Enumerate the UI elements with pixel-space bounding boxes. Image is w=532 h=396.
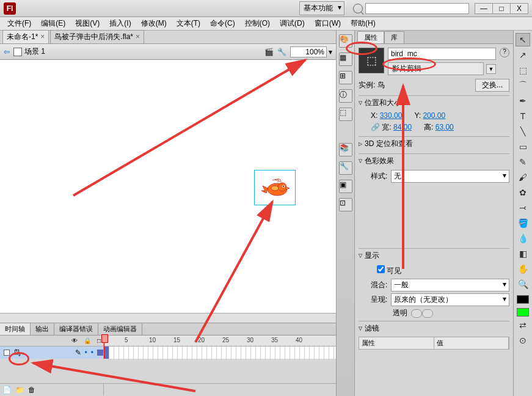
line-tool[interactable]: ╲ xyxy=(516,125,530,138)
menu-file[interactable]: 文件(F) xyxy=(2,17,36,30)
menu-modify[interactable]: 修改(M) xyxy=(136,17,172,30)
outline-icon[interactable]: □ xyxy=(97,337,101,344)
text-tool[interactable]: T xyxy=(516,109,530,123)
free-transform-tool[interactable]: ⬚ xyxy=(516,64,530,77)
edit-symbol-icon[interactable]: 🔧 xyxy=(277,48,286,56)
selected-instance[interactable] xyxy=(254,170,296,205)
motion-presets-icon[interactable]: ▣ xyxy=(339,180,352,193)
close-button[interactable]: X xyxy=(510,3,528,14)
lock-icon[interactable]: 🔒 xyxy=(84,337,91,344)
selection-tool[interactable]: ↖ xyxy=(516,33,530,46)
hand-tool[interactable]: ✋ xyxy=(516,262,530,276)
tab-properties[interactable]: 属性 xyxy=(357,31,384,43)
pen-tool[interactable]: ✒ xyxy=(516,94,530,108)
blend-dropdown[interactable]: 一般 xyxy=(391,279,509,292)
subselection-tool[interactable]: ↗ xyxy=(516,48,530,62)
menu-debug[interactable]: 调试(D) xyxy=(275,17,310,30)
project-panel-icon[interactable]: ⊡ xyxy=(339,198,352,211)
instance-name-input[interactable] xyxy=(388,48,496,60)
lasso-tool[interactable]: ⌒ xyxy=(516,79,530,92)
layer-name[interactable]: 鸟 xyxy=(13,348,21,358)
stroke-color[interactable] xyxy=(517,295,529,304)
symbol-type-icon[interactable]: ⬚ xyxy=(359,48,384,73)
height-value[interactable]: 63.00 xyxy=(435,123,454,131)
menu-control[interactable]: 控制(O) xyxy=(240,17,275,30)
section-filters[interactable]: ▽滤镜 xyxy=(359,321,509,336)
frame-ruler[interactable]: 1 5 10 15 20 25 30 35 40 xyxy=(104,336,336,346)
info-panel-icon[interactable]: ⓘ xyxy=(339,89,352,103)
tab-library[interactable]: 库 xyxy=(384,31,404,43)
swap-colors-icon[interactable]: ⇄ xyxy=(516,318,530,332)
minimize-button[interactable]: — xyxy=(475,3,493,14)
x-value[interactable]: 330.00 xyxy=(380,111,403,120)
width-value[interactable]: 84.00 xyxy=(393,123,412,131)
dropdown-icon[interactable]: ▼ xyxy=(486,64,496,74)
menu-help[interactable]: 帮助(H) xyxy=(346,17,381,30)
section-color[interactable]: ▽色彩效果 xyxy=(359,154,509,168)
workspace-dropdown[interactable]: 基本功能 xyxy=(299,1,344,15)
section-position[interactable]: ▽位置和大小 xyxy=(359,96,509,110)
back-icon[interactable]: ⇦ xyxy=(4,48,10,56)
pencil-tool[interactable]: ✎ xyxy=(516,155,530,169)
transform-panel-icon[interactable]: ⬚ xyxy=(339,108,352,121)
y-value[interactable]: 200.00 xyxy=(423,111,445,120)
playhead[interactable] xyxy=(104,336,104,359)
close-icon[interactable]: × xyxy=(40,32,45,41)
rectangle-tool[interactable]: ▭ xyxy=(516,140,530,153)
tab-output[interactable]: 输出 xyxy=(31,323,54,335)
zoom-tool[interactable]: 🔍 xyxy=(516,277,530,291)
svg-point-6 xyxy=(271,186,279,191)
frames-area[interactable] xyxy=(104,346,336,359)
zoom-dropdown-icon[interactable]: ▾ xyxy=(329,48,332,56)
visible-checkbox[interactable] xyxy=(377,265,385,273)
fill-color[interactable] xyxy=(517,308,529,317)
deco-tool[interactable]: ✿ xyxy=(516,186,530,199)
color-panel-icon[interactable]: 🎨 xyxy=(339,34,352,48)
transparency-toggle[interactable] xyxy=(411,309,433,318)
keyframe[interactable] xyxy=(104,346,109,359)
tab-compiler-errors[interactable]: 编译器错误 xyxy=(54,323,98,335)
swatches-panel-icon[interactable]: ▦ xyxy=(339,53,352,66)
scene-icon xyxy=(13,48,22,56)
maximize-button[interactable]: □ xyxy=(492,3,511,14)
layer-row[interactable]: 鸟 ✎ •• xyxy=(0,346,104,359)
new-folder-icon[interactable]: 📁 xyxy=(15,386,24,394)
swap-button[interactable]: 交换... xyxy=(475,79,509,92)
filter-val-header: 值 xyxy=(434,337,509,349)
menu-insert[interactable]: 插入(I) xyxy=(104,17,136,30)
components-panel-icon[interactable]: 🔧 xyxy=(339,161,352,175)
section-display[interactable]: ▽显示 xyxy=(359,249,509,263)
search-input[interactable] xyxy=(365,3,469,14)
doc-tab-2[interactable]: 鸟被子弹击中后消失.fla*× xyxy=(50,30,144,43)
align-panel-icon[interactable]: ⊞ xyxy=(339,71,352,84)
doc-tab-1[interactable]: 未命名-1*× xyxy=(2,30,49,43)
close-icon[interactable]: × xyxy=(136,32,140,41)
menu-edit[interactable]: 编辑(E) xyxy=(36,17,70,30)
tab-motion-editor[interactable]: 动画编辑器 xyxy=(98,323,142,335)
bone-tool[interactable]: ⤙ xyxy=(516,201,530,215)
library-panel-icon[interactable]: 📚 xyxy=(339,143,352,156)
eraser-tool[interactable]: ◧ xyxy=(516,247,530,260)
paint-bucket-tool[interactable]: 🪣 xyxy=(516,216,530,230)
eyedropper-tool[interactable]: 💧 xyxy=(516,232,530,245)
section-3d[interactable]: ▷3D 定位和查看 xyxy=(359,137,509,151)
tab-timeline[interactable]: 时间轴 xyxy=(0,323,31,335)
snap-icon[interactable]: ⊙ xyxy=(516,334,530,347)
stage[interactable] xyxy=(0,60,336,313)
edit-scene-icon[interactable]: 🎬 xyxy=(264,48,274,56)
menu-text[interactable]: 文本(T) xyxy=(172,17,205,30)
eye-icon[interactable]: 👁 xyxy=(71,337,78,344)
new-layer-icon[interactable]: 📄 xyxy=(2,386,12,394)
render-dropdown[interactable]: 原来的（无更改） xyxy=(391,293,509,306)
symbol-type-dropdown[interactable]: 影片剪辑 xyxy=(388,62,484,75)
help-icon[interactable]: ? xyxy=(500,48,509,57)
zoom-input[interactable] xyxy=(290,46,327,57)
menu-window[interactable]: 窗口(W) xyxy=(310,17,346,30)
menu-commands[interactable]: 命令(C) xyxy=(205,17,240,30)
brush-tool[interactable]: 🖌 xyxy=(516,170,530,184)
menu-view[interactable]: 视图(V) xyxy=(70,17,104,30)
delete-layer-icon[interactable]: 🗑 xyxy=(28,386,35,394)
tools-panel: ↖ ↗ ⬚ ⌒ ✒ T ╲ ▭ ✎ 🖌 ✿ ⤙ 🪣 💧 ◧ ✋ 🔍 ⇄ ⊙ xyxy=(514,31,532,396)
color-style-dropdown[interactable]: 无 xyxy=(391,170,509,183)
horizontal-scrollbar[interactable] xyxy=(0,313,336,323)
